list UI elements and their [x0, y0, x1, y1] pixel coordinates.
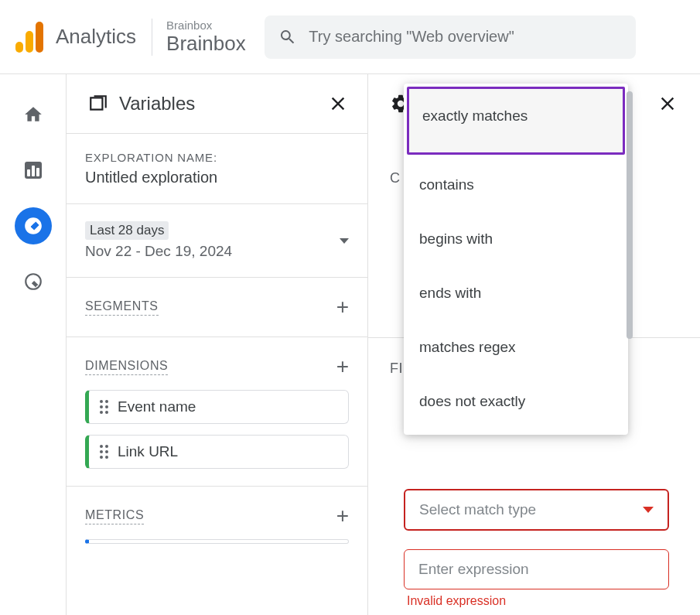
logo-area[interactable]: Analytics	[15, 22, 136, 53]
date-range-section[interactable]: Last 28 days Nov 22 - Dec 19, 2024	[67, 204, 367, 278]
analytics-logo-icon	[15, 22, 43, 53]
close-settings-button[interactable]	[657, 93, 678, 114]
close-variables-button[interactable]	[327, 93, 349, 114]
drag-handle-icon	[100, 445, 108, 459]
variables-header: Variables	[67, 74, 367, 134]
top-bar: Analytics Brainbox Brainbox	[0, 0, 700, 74]
close-icon	[657, 93, 678, 114]
metrics-label: METRICS	[85, 508, 144, 524]
drag-handle-icon	[100, 400, 108, 414]
explore-icon	[23, 216, 43, 236]
dropdown-option-begins-with[interactable]: begins with	[404, 212, 628, 266]
add-dimension-button[interactable]: +	[336, 354, 349, 379]
nav-reports[interactable]	[15, 152, 52, 189]
chevron-down-icon	[643, 507, 654, 513]
filter-config-card: Select match type Enter expression Inval…	[404, 489, 669, 615]
expression-placeholder: Enter expression	[418, 561, 529, 577]
home-icon	[23, 104, 43, 125]
dimension-label: Link URL	[118, 443, 178, 460]
exploration-name: Untitled exploration	[85, 169, 349, 186]
filters-label-peek: FI	[390, 360, 403, 377]
variables-title: Variables	[119, 93, 195, 114]
search-input[interactable]	[309, 28, 621, 46]
add-metric-button[interactable]: +	[336, 504, 349, 528]
dropdown-option-exactly-matches[interactable]: exactly matches	[407, 87, 625, 155]
date-preset-chip: Last 28 days	[85, 221, 169, 240]
product-name: Analytics	[56, 25, 136, 49]
error-message: Invalid expression	[404, 594, 669, 608]
property-name-label: Brainbox	[166, 32, 246, 56]
dropdown-option-ends-with[interactable]: ends with	[404, 266, 628, 320]
search-icon	[278, 27, 297, 47]
match-type-dropdown: exactly matches contains begins with end…	[404, 84, 628, 435]
dimensions-section: DIMENSIONS + Event name Link URL	[67, 337, 367, 487]
side-nav	[0, 74, 67, 615]
close-icon	[327, 93, 349, 114]
variables-panel: Variables EXPLORATION NAME: Untitled exp…	[67, 74, 368, 615]
property-account-label: Brainbox	[166, 19, 246, 32]
nav-advertising[interactable]	[15, 263, 52, 300]
add-segment-button[interactable]: +	[336, 295, 349, 319]
property-selector[interactable]: Brainbox Brainbox	[152, 19, 246, 56]
date-range-text: Nov 22 - Dec 19, 2024	[85, 243, 232, 260]
match-type-select[interactable]: Select match type	[404, 489, 669, 531]
chevron-down-icon	[340, 238, 349, 244]
segments-label: SEGMENTS	[85, 299, 159, 316]
settings-panel: C FI exactly matches contains begins wit…	[368, 74, 700, 615]
dropdown-option-contains[interactable]: contains	[404, 158, 628, 212]
columns-label-peek: C	[390, 170, 401, 186]
dropdown-option-matches-regex[interactable]: matches regex	[404, 320, 628, 374]
expression-input[interactable]: Enter expression	[404, 549, 669, 589]
bar-chart-icon	[25, 162, 42, 179]
dimension-chip[interactable]: Link URL	[85, 435, 349, 469]
nav-home[interactable]	[15, 96, 52, 133]
dimension-label: Event name	[118, 398, 196, 415]
dimensions-label: DIMENSIONS	[85, 359, 168, 375]
dimension-chip[interactable]: Event name	[85, 390, 349, 424]
segments-section: SEGMENTS +	[67, 278, 367, 337]
nav-explore[interactable]	[15, 207, 52, 244]
metrics-section: METRICS +	[67, 487, 367, 561]
exploration-label: EXPLORATION NAME:	[85, 151, 349, 164]
target-cursor-icon	[23, 272, 43, 292]
dropdown-option-does-not-exactly[interactable]: does not exactly	[404, 374, 628, 429]
metric-chip[interactable]	[85, 539, 349, 544]
match-type-placeholder: Select match type	[419, 501, 536, 518]
search-bar[interactable]	[265, 15, 636, 59]
layers-icon	[88, 94, 108, 114]
exploration-name-section[interactable]: EXPLORATION NAME: Untitled exploration	[67, 134, 367, 204]
scrollbar[interactable]	[627, 91, 633, 339]
